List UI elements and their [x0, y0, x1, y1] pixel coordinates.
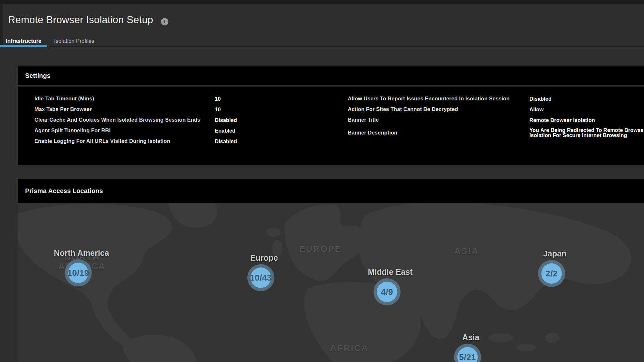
setting-value: Disabled — [215, 117, 237, 123]
setting-label: Allow Users To Report Issues Encountered… — [348, 96, 529, 102]
setting-label: Action For Sites That Cannot Be Decrypte… — [348, 106, 529, 112]
bubble-label-asia: Asia — [422, 333, 519, 342]
settings-panel-header: Settings — [18, 66, 644, 86]
setting-label: Clear Cache And Cookies When Isolated Br… — [34, 117, 215, 123]
setting-value: Enabled — [215, 128, 235, 133]
setting-value: You Are Being Redirected To Remote Brows… — [529, 127, 644, 138]
settings-panel-body: Idle Tab Timeout (Mins) 10 Max Tabs Per … — [18, 87, 644, 165]
setting-label: Idle Tab Timeout (Mins) — [34, 96, 215, 102]
map-label-asia: ASIA — [418, 247, 515, 256]
setting-value: Disabled — [215, 139, 237, 144]
bubble-label-middle-east: Middle East — [342, 267, 439, 277]
left-strip — [0, 4, 3, 47]
active-tab-underline — [0, 45, 47, 47]
settings-left-column: Idle Tab Timeout (Mins) 10 Max Tabs Per … — [34, 93, 344, 146]
setting-row: Enable Logging For All URLs Visited Duri… — [34, 136, 344, 146]
setting-value: 10 — [215, 96, 221, 101]
setting-label: Banner Description — [348, 130, 529, 136]
map-label-europe: EUROPE — [272, 245, 369, 254]
setting-row: Max Tabs Per Browser 10 — [34, 104, 344, 115]
setting-label: Agent Split Tunneling For RBI — [34, 127, 215, 134]
setting-value: Disabled — [529, 96, 552, 101]
locations-panel-title: Prisma Access Locations — [25, 187, 103, 195]
setting-value: Remote Browser Isolation — [529, 117, 595, 123]
setting-row: Banner Description You Are Being Redirec… — [348, 125, 644, 140]
setting-label: Enable Logging For All URLs Visited Duri… — [34, 138, 215, 144]
map-label-africa: AFRICA — [301, 344, 398, 353]
bubble-europe[interactable]: 10/43 — [247, 264, 274, 291]
setting-row: Clear Cache And Cookies When Isolated Br… — [34, 115, 344, 125]
page-title: Remote Browser Isolation Setup — [8, 14, 153, 26]
setting-value: Allow — [529, 107, 544, 112]
setting-row: Agent Split Tunneling For RBI Enabled — [34, 125, 344, 136]
top-strip — [0, 0, 644, 4]
world-map: NORTH AMERICA EUROPE ASIA AFRICA North A… — [18, 203, 644, 362]
locations-panel-header: Prisma Access Locations — [18, 179, 644, 203]
settings-panel-title: Settings — [25, 72, 51, 79]
bubble-label-europe: Europe — [216, 253, 312, 263]
setting-value: 10 — [215, 107, 221, 112]
setting-label: Banner Title — [348, 117, 529, 123]
setting-label: Max Tabs Per Browser — [34, 106, 215, 112]
rbi-setup-screen: Remote Browser Isolation Setup i Infrast… — [0, 0, 644, 362]
tab-bar-divider — [47, 46, 644, 47]
bubble-label-north-america: North America — [33, 248, 130, 258]
settings-right-column: Allow Users To Report Issues Encountered… — [348, 93, 644, 140]
bubble-japan[interactable]: 2/2 — [538, 260, 565, 287]
bubble-north-america[interactable]: 10/19 — [65, 259, 92, 286]
info-icon[interactable]: i — [161, 18, 168, 25]
setting-row: Allow Users To Report Issues Encountered… — [348, 93, 644, 104]
tab-infrastructure[interactable]: Infrastructure — [6, 38, 42, 44]
setting-row: Banner Title Remote Browser Isolation — [348, 115, 644, 125]
setting-row: Idle Tab Timeout (Mins) 10 — [34, 93, 344, 104]
bubble-label-japan: Japan — [507, 249, 603, 258]
bubble-middle-east[interactable]: 4/9 — [374, 278, 401, 305]
setting-row: Action For Sites That Cannot Be Decrypte… — [348, 104, 644, 115]
tab-isolation-profiles[interactable]: Isolation Profiles — [54, 38, 94, 44]
